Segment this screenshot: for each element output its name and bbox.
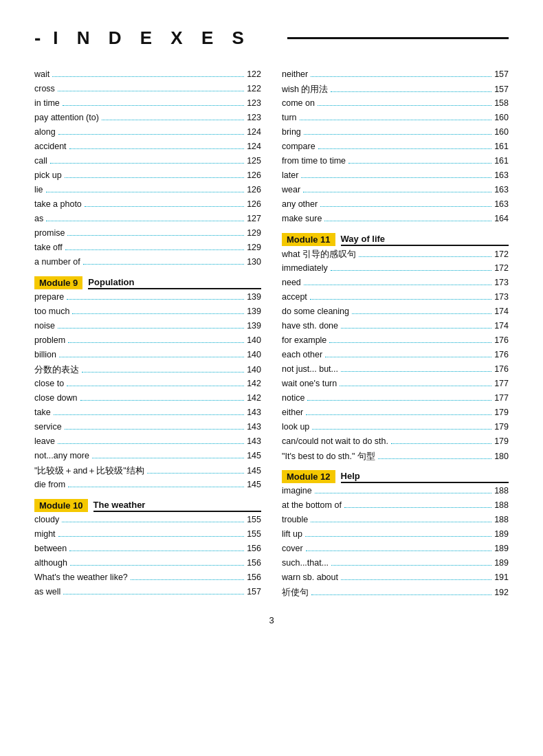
module12-title: Help (341, 471, 509, 483)
index-num: 163 (494, 185, 509, 194)
list-item: accident124 (34, 142, 261, 154)
list-item: cloudy155 (34, 515, 261, 527)
index-term: cover (282, 544, 303, 553)
index-num: 122 (247, 84, 261, 93)
index-num: 130 (247, 257, 261, 267)
header-line (287, 37, 509, 39)
index-num: 158 (494, 98, 509, 108)
index-term: not just... but... (282, 364, 338, 374)
index-dots (85, 206, 244, 207)
list-item: from time to time161 (282, 156, 509, 168)
index-dots (348, 163, 491, 164)
list-item: make sure164 (282, 214, 509, 226)
index-dots (329, 342, 491, 343)
index-dots (82, 372, 244, 373)
list-item: do some cleaning174 (282, 307, 509, 319)
page-number: 3 (34, 615, 509, 625)
index-num: 127 (247, 214, 261, 223)
list-item: in time123 (34, 98, 261, 111)
index-term: accept (282, 292, 307, 302)
index-dots (352, 313, 491, 314)
index-term: from time to time (282, 156, 346, 166)
index-term: take off (34, 243, 63, 252)
index-term: a number of (34, 257, 80, 267)
index-term: along (34, 127, 56, 137)
list-item: wish 的用法157 (282, 84, 509, 96)
index-dots (315, 493, 491, 493)
index-dots (69, 551, 244, 551)
index-dots (331, 565, 491, 566)
list-item: prepare139 (34, 292, 261, 304)
list-item: either179 (282, 408, 509, 420)
module10-title: The weather (93, 500, 261, 512)
right-column: neither157wish 的用法157come on158turn160br… (275, 69, 509, 601)
list-item: imagine188 (282, 486, 509, 498)
index-term: notice (282, 393, 304, 403)
index-dots (68, 487, 244, 487)
index-num: 140 (247, 335, 261, 345)
index-num: 176 (494, 335, 509, 345)
index-dots (320, 206, 491, 207)
list-item: neither157 (282, 69, 509, 82)
list-item: "It's best to do sth." 句型180 (282, 451, 509, 463)
module10-header: Module 10 The weather (34, 499, 261, 512)
index-num: 173 (494, 292, 509, 302)
index-num: 191 (494, 572, 509, 582)
index-num: 156 (247, 572, 261, 582)
list-item: turn160 (282, 113, 509, 125)
index-term: for example (282, 335, 326, 345)
index-num: 192 (494, 588, 509, 597)
index-dots (305, 536, 491, 537)
list-item: service143 (34, 422, 261, 434)
index-term: immediately (282, 263, 328, 273)
list-item: each other176 (282, 350, 509, 362)
index-dots (312, 429, 491, 430)
index-num: 176 (494, 364, 509, 374)
index-dots (331, 91, 491, 92)
index-term: leave (34, 436, 55, 446)
index-num: 156 (247, 558, 261, 568)
list-item: between156 (34, 544, 261, 556)
index-dots (306, 414, 491, 415)
pre-mod9-items: wait122cross122in time123pay attention (… (34, 69, 261, 269)
index-dots (92, 458, 244, 458)
list-item: wait one's turn177 (282, 379, 509, 391)
index-term: compare (282, 142, 315, 151)
list-item: a number of130 (34, 257, 261, 269)
index-num: 180 (494, 452, 509, 461)
index-dots (72, 313, 244, 314)
index-term: as (34, 214, 43, 223)
index-dots (304, 285, 491, 285)
index-term: do some cleaning (282, 307, 349, 316)
index-term: billion (34, 350, 56, 359)
index-term: close to (34, 379, 64, 388)
index-num: 142 (247, 393, 261, 403)
index-num: 177 (494, 393, 509, 403)
index-num: 145 (247, 466, 261, 476)
index-num: 157 (494, 85, 509, 94)
list-item: take143 (34, 408, 261, 420)
list-item: bring160 (282, 127, 509, 140)
list-item: take a photo126 (34, 199, 261, 212)
list-item: along124 (34, 127, 261, 140)
index-term: what 引导的感叹句 (282, 249, 356, 260)
index-dots (54, 414, 245, 415)
index-num: 126 (247, 199, 261, 209)
index-term: turn (282, 113, 297, 122)
index-num: 157 (247, 587, 261, 597)
index-dots (68, 342, 244, 343)
index-dots (344, 507, 491, 508)
index-term: such...that... (282, 558, 329, 568)
index-term: noise (34, 321, 55, 331)
module11-badge: Module 11 (282, 233, 335, 246)
list-item: pay attention (to)123 (34, 113, 261, 125)
index-term: prepare (34, 292, 64, 302)
list-item: promise129 (34, 228, 261, 241)
index-term: service (34, 422, 62, 432)
list-item: 祈使句192 (282, 587, 509, 599)
index-term: take (34, 408, 51, 417)
list-item: die from145 (34, 480, 261, 492)
module11-title: Way of life (341, 234, 509, 246)
module9-title: Population (88, 277, 261, 289)
header-dash: - (34, 29, 41, 48)
